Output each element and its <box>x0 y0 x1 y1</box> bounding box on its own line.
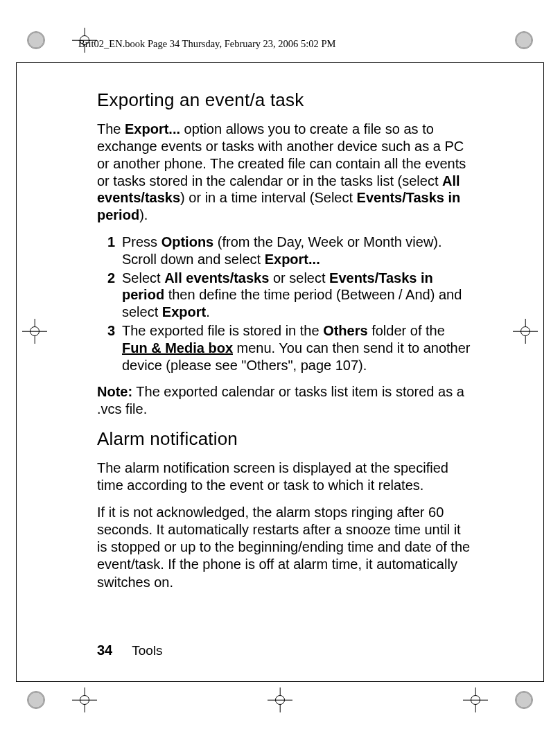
step-number: 3 <box>100 322 115 340</box>
steps-list: 1 Press Options (from the Day, Week or M… <box>97 234 471 374</box>
text: . <box>206 304 210 319</box>
crosshair-icon <box>72 687 97 712</box>
print-registration-disc <box>511 687 536 712</box>
alarm-para-2: If it is not acknowledged, the alarm sto… <box>97 504 471 591</box>
page-content: Exporting an event/a task The Export... … <box>97 89 471 601</box>
page-number: 34 <box>97 642 112 658</box>
note-label: Note: <box>97 384 132 399</box>
ui-term-options: Options <box>161 234 214 249</box>
alarm-para-1: The alarm notification screen is display… <box>97 459 471 494</box>
running-head: Brit02_EN.book Page 34 Thursday, Februar… <box>78 38 335 50</box>
ui-term-others: Others <box>323 323 367 338</box>
page-footer: 34 Tools <box>97 642 163 658</box>
intro-paragraph: The Export... option allows you to creat… <box>97 121 471 224</box>
text: ). <box>139 207 148 222</box>
note-text: The exported calendar or tasks list item… <box>97 384 464 417</box>
note-paragraph: Note: The exported calendar or tasks lis… <box>97 383 471 418</box>
step-number: 2 <box>100 270 115 287</box>
ui-term-all-events-tasks: All events/tasks <box>164 270 269 286</box>
text: or select <box>269 270 329 286</box>
crosshair-icon <box>463 687 488 712</box>
text: ) or in a time interval (Select <box>180 190 357 205</box>
heading-alarm-notification: Alarm notification <box>97 428 471 450</box>
step-item: 1 Press Options (from the Day, Week or M… <box>118 234 471 268</box>
print-registration-disc <box>511 28 536 53</box>
text: Select <box>122 270 164 286</box>
section-name: Tools <box>132 643 162 658</box>
ui-term-export: Export <box>162 304 206 319</box>
text: The <box>97 121 125 137</box>
ui-term-fun-media-box: Fun & Media box <box>122 340 233 356</box>
text: Press <box>122 234 161 249</box>
step-number: 1 <box>100 234 115 251</box>
print-registration-disc <box>24 687 49 712</box>
step-item: 3 The exported file is stored in the Oth… <box>118 322 471 374</box>
heading-exporting: Exporting an event/a task <box>97 89 471 111</box>
print-registration-disc <box>24 28 49 53</box>
text: folder of the <box>368 323 445 338</box>
crosshair-icon <box>268 687 292 712</box>
ui-term-export: Export... <box>125 121 180 137</box>
ui-term-export: Export... <box>265 252 320 267</box>
step-item: 2 Select All events/tasks or select Even… <box>118 270 471 321</box>
text: The exported file is stored in the <box>122 323 323 338</box>
